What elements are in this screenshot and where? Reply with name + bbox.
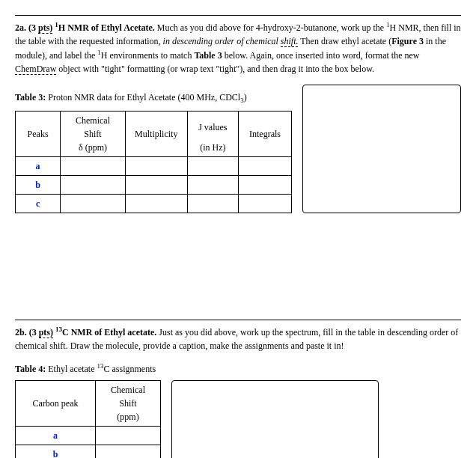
text: H NMR of Ethyl Acetate. (58, 22, 155, 33)
col-cs-header-top: Chemical Shift (61, 111, 126, 141)
cell-blank[interactable] (187, 194, 238, 213)
cell-blank[interactable] (125, 175, 187, 194)
cell-blank[interactable] (187, 156, 238, 175)
table4-caption: Table 4: Ethyl acetate 13C assignments (15, 361, 461, 376)
table3: Peaks Chemical Shift Multiplicity J valu… (15, 111, 292, 213)
vertical-gap (15, 213, 461, 318)
col-cs-header-bot: δ (ppm) (61, 141, 126, 157)
sec2a-heading: 2a. (3 pts) 1H NMR of Ethyl Acetate. (15, 22, 157, 33)
cell-blank[interactable] (238, 194, 291, 213)
section-2a-rule (15, 15, 461, 16)
text: 2a. (3 (15, 22, 38, 33)
sec2b-heading: 2b. (3 pts) 13C NMR of Ethyl acetate. (15, 327, 159, 338)
figure3-dropbox[interactable] (302, 85, 461, 213)
table-row: c (16, 194, 292, 213)
italic-text: in descending order of chemical shift. (163, 36, 299, 47)
table-ref: Table 3 (194, 50, 222, 61)
text: below. Again, once inserted into word, f… (222, 50, 420, 61)
col-peaks-header: Peaks (16, 111, 61, 156)
text: H environments to match (101, 50, 195, 61)
text: Much as you did above for 4-hydroxy-2-bu… (157, 22, 386, 33)
text: Proton NMR data for Ethyl Acetate (400 M… (46, 92, 240, 103)
caption-bold: Table 4: (15, 364, 46, 374)
text: 2b. (3 (15, 327, 39, 338)
col-mult-header: Multiplicity (125, 111, 187, 156)
col-j-header-top: J values (187, 111, 238, 141)
cell-blank[interactable] (238, 156, 291, 175)
peak-label: a (16, 156, 61, 175)
superscript: 13 (55, 326, 62, 333)
col-cs-header-1: Chemical (96, 381, 161, 397)
text: Ethyl acetate (46, 364, 97, 374)
cell-blank[interactable] (96, 445, 161, 459)
text: C NMR of Ethyl acetate. (62, 327, 156, 338)
table-row: a (16, 156, 292, 175)
text: Then draw ethyl acetate ( (298, 36, 391, 46)
cell-blank[interactable] (238, 175, 291, 194)
table4: Carbon peak Chemical Shift (ppm) a b c d (15, 380, 161, 458)
sec2a-left: Table 3: Proton NMR data for Ethyl Aceta… (15, 85, 292, 213)
cell-blank[interactable] (61, 175, 126, 194)
cell-blank[interactable] (125, 194, 187, 213)
cell-blank[interactable] (61, 156, 126, 175)
text: object with "tight" formatting (or wrap … (56, 64, 374, 74)
sec2a-row: Table 3: Proton NMR data for Ethyl Aceta… (15, 85, 461, 213)
col-cs-header-3: (ppm) (96, 410, 161, 427)
table-row: b (16, 175, 292, 194)
pts-text: pts) (39, 327, 53, 338)
table3-caption: Table 3: Proton NMR data for Ethyl Aceta… (15, 91, 292, 106)
text: in descending order of chemical (163, 36, 281, 46)
col-carbonpeak-header: Carbon peak (16, 381, 96, 427)
col-j-header-bot: (in Hz) (187, 141, 238, 157)
peak-label: a (16, 427, 96, 445)
peak-label: b (16, 175, 61, 194)
section-2b-paragraph: 2b. (3 pts) 13C NMR of Ethyl acetate. Ju… (15, 325, 461, 352)
text: shift. (281, 36, 299, 47)
pts-text: pts) (38, 22, 52, 34)
section-2a-paragraph: 2a. (3 pts) 1H NMR of Ethyl Acetate. Muc… (15, 20, 461, 76)
structure-dropbox[interactable] (171, 380, 379, 458)
peak-label: b (16, 445, 96, 459)
col-cs-header-2: Shift (96, 397, 161, 410)
text: C assignments (104, 364, 156, 374)
table-row: Carbon peak Chemical (16, 381, 161, 397)
figure-ref: Figure 3 (391, 36, 424, 46)
table-row: a (16, 427, 161, 445)
cell-blank[interactable] (96, 427, 161, 445)
col-int-header: Integrals (238, 111, 291, 156)
caption-bold: Table 3: (15, 92, 46, 103)
cell-blank[interactable] (61, 194, 126, 213)
cell-blank[interactable] (187, 175, 238, 194)
section-2b-rule (15, 320, 461, 320)
chemdraw-text: ChemDraw (15, 64, 56, 75)
superscript: 13 (97, 362, 104, 370)
table-row: b (16, 445, 161, 459)
sec2b-row: Carbon peak Chemical Shift (ppm) a b c d (15, 380, 461, 458)
table-row: Peaks Chemical Shift Multiplicity J valu… (16, 111, 292, 141)
peak-label: c (16, 194, 61, 213)
text: ) (244, 92, 247, 103)
cell-blank[interactable] (125, 156, 187, 175)
